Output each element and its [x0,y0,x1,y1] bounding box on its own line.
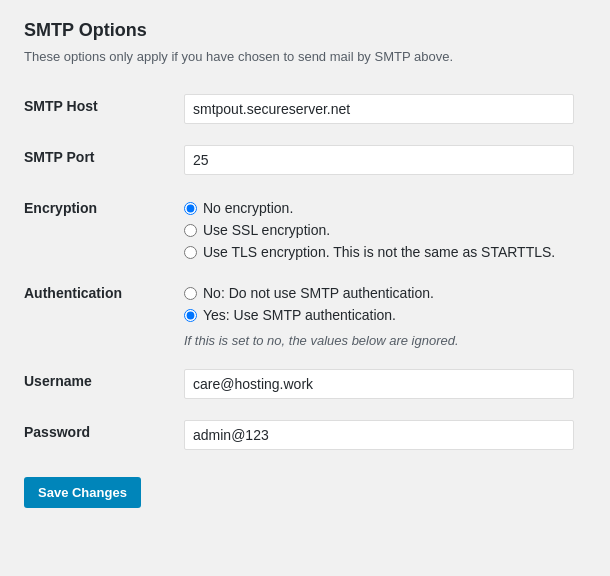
smtp-options-section: SMTP Options These options only apply if… [0,0,610,532]
encryption-row: Encryption No encryption. Use SSL encryp… [24,186,586,271]
authentication-radio-no[interactable] [184,287,197,300]
encryption-option-tls[interactable]: Use TLS encryption. This is not the same… [184,244,586,260]
password-row: Password [24,410,586,461]
save-changes-button[interactable]: Save Changes [24,477,141,508]
smtp-port-row: SMTP Port [24,135,586,186]
password-label: Password [24,410,184,461]
authentication-option-yes[interactable]: Yes: Use SMTP authentication. [184,307,586,323]
password-input[interactable] [184,420,574,450]
encryption-option-ssl[interactable]: Use SSL encryption. [184,222,586,238]
username-input[interactable] [184,369,574,399]
smtp-host-label: SMTP Host [24,84,184,135]
smtp-port-input[interactable] [184,145,574,175]
smtp-host-input[interactable] [184,94,574,124]
encryption-option-none[interactable]: No encryption. [184,200,586,216]
authentication-no-label: No: Do not use SMTP authentication. [203,285,434,301]
smtp-form-table: SMTP Host SMTP Port Encryption [24,84,586,461]
encryption-radio-ssl[interactable] [184,224,197,237]
encryption-radio-tls[interactable] [184,246,197,259]
smtp-port-label: SMTP Port [24,135,184,186]
authentication-label: Authentication [24,271,184,359]
authentication-option-no[interactable]: No: Do not use SMTP authentication. [184,285,586,301]
encryption-radio-group: No encryption. Use SSL encryption. Use T… [184,196,586,260]
authentication-yes-label: Yes: Use SMTP authentication. [203,307,396,323]
authentication-radio-yes[interactable] [184,309,197,322]
section-description: These options only apply if you have cho… [24,49,586,64]
authentication-note: If this is set to no, the values below a… [184,333,586,348]
encryption-label: Encryption [24,186,184,271]
authentication-radio-group: No: Do not use SMTP authentication. Yes:… [184,281,586,348]
username-label: Username [24,359,184,410]
encryption-none-label: No encryption. [203,200,293,216]
authentication-row: Authentication No: Do not use SMTP authe… [24,271,586,359]
encryption-ssl-label: Use SSL encryption. [203,222,330,238]
username-row: Username [24,359,586,410]
section-title: SMTP Options [24,20,586,41]
encryption-radio-none[interactable] [184,202,197,215]
smtp-host-row: SMTP Host [24,84,586,135]
encryption-tls-label: Use TLS encryption. This is not the same… [203,244,555,260]
